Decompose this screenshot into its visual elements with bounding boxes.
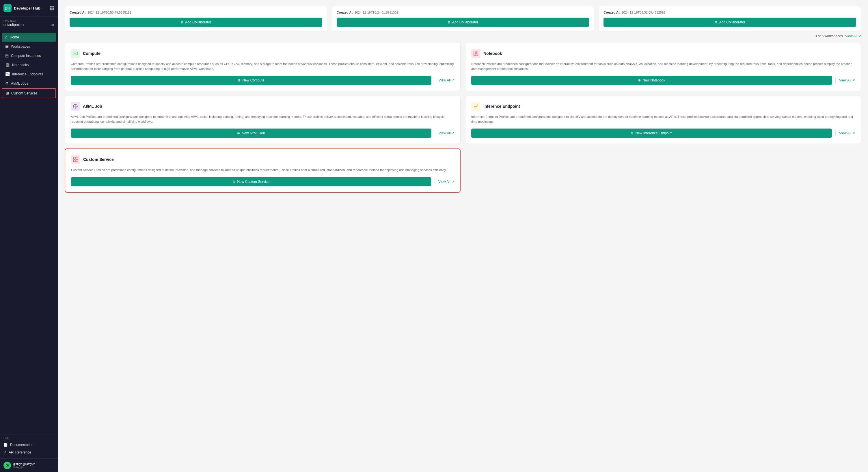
new-notebook-label: New Notebook xyxy=(643,78,665,82)
add-collaborator-btn-3[interactable]: ⊕ Add Collaborator xyxy=(603,18,856,27)
created-label-2: Created At: xyxy=(337,11,354,14)
svg-rect-16 xyxy=(73,160,75,162)
add-collab-label-1: Add Collaborator xyxy=(185,20,211,24)
new-inference-button[interactable]: ⊕ New Inference Endpoint xyxy=(471,128,832,138)
notebook-profile-card: Notebook Notebook Profiles are predefine… xyxy=(465,43,861,91)
svg-point-8 xyxy=(74,106,76,107)
compute-profile-desc: Compute Profiles are predefined configur… xyxy=(71,61,455,71)
sidebar-item-workspaces[interactable]: ▣ Workspaces xyxy=(2,42,56,51)
sidebar-item-inference-endpoints[interactable]: 📉 Inference Endpoints xyxy=(2,69,56,79)
custom-service-profile-actions: ⊕ New Custom Service View All ↗ xyxy=(71,177,454,186)
profiles-grid: Compute Compute Profiles are predefined … xyxy=(65,43,861,193)
new-compute-button[interactable]: ⊕ New Compute xyxy=(71,76,431,85)
add-collab-label-3: Add Collaborator xyxy=(719,20,745,24)
project-name-row: defaultproject ⇄ xyxy=(3,23,54,27)
inference-view-all-link[interactable]: View All ↗ xyxy=(839,131,855,135)
documentation-link[interactable]: 📄 Documentation xyxy=(3,441,54,449)
sidebar-item-home[interactable]: ⌂ Home xyxy=(2,33,56,41)
grid-menu-icon[interactable] xyxy=(50,6,54,10)
notebook-profile-desc: Notebook Profiles are predefined configu… xyxy=(471,61,855,71)
inference-divider xyxy=(835,130,836,137)
add-collaborator-btn-2[interactable]: ⊕ Add Collaborator xyxy=(337,18,589,27)
sidebar-item-compute-instances[interactable]: ▤ Compute Instances xyxy=(2,51,56,60)
workspace-cards: Created At: 2024-12-19T10:50:49.538511Z … xyxy=(65,6,861,32)
inference-profile-desc: Inference Endpoint Profiles are predefin… xyxy=(471,114,855,124)
add-collab-icon-2: ⊕ xyxy=(447,20,451,24)
workspaces-view-all-link[interactable]: View All ↗ xyxy=(845,34,861,38)
custom-service-profile-title: Custom Service xyxy=(83,157,114,162)
aiml-view-all-link[interactable]: View All ↗ xyxy=(439,131,455,135)
aiml-profile-card: AI/ML Job AI/ML Job Profiles are predefi… xyxy=(65,96,461,144)
card-created-1: Created At: 2024-12-19T10:50:49.538511Z xyxy=(70,11,322,14)
compute-instances-icon: ▤ xyxy=(5,54,9,58)
svg-rect-2 xyxy=(75,53,76,54)
aiml-profile-desc: AI/ML Job Profiles are predefined config… xyxy=(71,114,455,124)
aiml-profile-actions: ⊕ New AI/ML Job View All ↗ xyxy=(71,128,455,138)
api-reference-label: API Reference xyxy=(9,450,31,454)
sidebar-item-custom-services-label: Custom Services xyxy=(11,91,37,95)
compute-profile-icon xyxy=(71,49,80,58)
user-chevron-icon: ⌄ xyxy=(52,464,54,467)
created-value-3: 2024-12-19T06:32:09.466259Z xyxy=(621,11,665,14)
custom-service-profile-card: Custom Service Custom Service Profiles a… xyxy=(65,148,461,193)
created-value-1: 2024-12-19T10:50:49.538511Z xyxy=(88,11,131,14)
new-aiml-plus-icon: ⊕ xyxy=(237,131,240,135)
workspace-card-3: Created At: 2024-12-19T06:32:09.466259Z … xyxy=(598,6,861,32)
sidebar-item-aiml-jobs[interactable]: ⚙ AI/ML Jobs xyxy=(2,79,56,88)
logo-text: Developer Hub xyxy=(14,6,40,10)
swap-icon[interactable]: ⇄ xyxy=(52,23,54,27)
aiml-profile-title: AI/ML Job xyxy=(83,104,102,109)
project-label: PROJECT xyxy=(3,19,54,22)
add-collab-label-2: Add Collaborator xyxy=(452,20,478,24)
home-icon: ⌂ xyxy=(5,35,7,39)
inference-endpoints-icon: 📉 xyxy=(5,72,10,76)
custom-service-profile-icon xyxy=(71,155,80,164)
content-inner: Created At: 2024-12-19T10:50:49.538511Z … xyxy=(58,0,868,199)
project-section: PROJECT defaultproject ⇄ xyxy=(0,17,58,30)
svg-rect-17 xyxy=(76,160,78,162)
notebook-view-all-link[interactable]: View All ↗ xyxy=(839,78,855,82)
notebook-profile-actions: ⊕ New Notebook View All ↗ xyxy=(471,76,855,85)
project-name: defaultproject xyxy=(3,23,24,27)
new-custom-service-label: New Custom Service xyxy=(237,180,270,184)
compute-profile-card: Compute Compute Profiles are predefined … xyxy=(65,43,461,91)
new-inference-plus-icon: ⊕ xyxy=(631,131,633,135)
new-custom-service-button[interactable]: ⊕ New Custom Service xyxy=(71,177,431,186)
user-section[interactable]: Gi gifthiya@rafay.co rafay_qa ⌄ xyxy=(0,459,58,472)
user-role: rafay_qa xyxy=(13,466,35,469)
svg-point-13 xyxy=(477,104,478,106)
add-collaborator-btn-1[interactable]: ⊕ Add Collaborator xyxy=(70,18,322,27)
documentation-icon: 📄 xyxy=(3,443,8,447)
sidebar-item-notebooks-label: Notebooks xyxy=(12,63,29,67)
nav-section: ⌂ Home ▣ Workspaces ▤ Compute Instances … xyxy=(0,30,58,434)
add-collab-icon-3: ⊕ xyxy=(715,20,718,24)
card-created-2: Created At: 2024-12-19T10:24:01.599130Z xyxy=(337,11,589,14)
sidebar-item-compute-instances-label: Compute Instances xyxy=(11,54,41,58)
sidebar-item-inference-endpoints-label: Inference Endpoints xyxy=(12,72,43,76)
sidebar-item-notebooks[interactable]: 📓 Notebooks xyxy=(2,60,56,69)
new-notebook-button[interactable]: ⊕ New Notebook xyxy=(471,76,832,85)
svg-rect-14 xyxy=(73,157,75,159)
aiml-card-header: AI/ML Job xyxy=(71,102,455,111)
sidebar-item-aiml-jobs-label: AI/ML Jobs xyxy=(11,82,28,86)
svg-rect-1 xyxy=(74,53,75,54)
main-content: Created At: 2024-12-19T10:50:49.538511Z … xyxy=(58,0,868,472)
compute-view-all-link[interactable]: View All ↗ xyxy=(439,78,455,82)
compute-profile-actions: ⊕ New Compute View All ↗ xyxy=(71,76,455,85)
new-aiml-label: New AI/ML Job xyxy=(242,131,265,135)
api-reference-link[interactable]: ↗ API Reference xyxy=(3,449,54,456)
new-notebook-plus-icon: ⊕ xyxy=(638,78,641,82)
new-aiml-button[interactable]: ⊕ New AI/ML Job xyxy=(71,128,431,138)
inference-profile-icon xyxy=(471,102,480,111)
custom-service-view-all-link[interactable]: View All ↗ xyxy=(438,180,454,184)
sidebar-item-custom-services[interactable]: ⊞ Custom Services xyxy=(2,88,56,98)
documentation-label: Documentation xyxy=(10,443,33,447)
user-email: gifthiya@rafay.co xyxy=(13,463,35,466)
user-info: Gi gifthiya@rafay.co rafay_qa xyxy=(3,462,35,469)
notebooks-icon: 📓 xyxy=(5,63,10,67)
custom-service-divider xyxy=(435,178,435,185)
created-value-2: 2024-12-19T10:24:01.599130Z xyxy=(354,11,399,14)
help-section: Help 📄 Documentation ↗ API Reference xyxy=(0,434,58,459)
inference-profile-actions: ⊕ New Inference Endpoint View All ↗ xyxy=(471,128,855,138)
new-custom-service-plus-icon: ⊕ xyxy=(232,180,235,184)
